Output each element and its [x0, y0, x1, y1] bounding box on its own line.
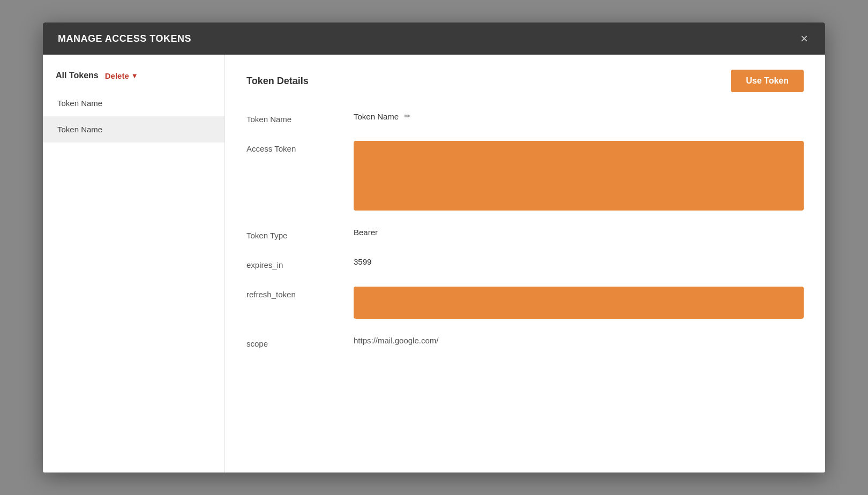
close-button[interactable]: ×: [798, 32, 810, 45]
expires-in-row: expires_in 3599: [246, 257, 804, 269]
delete-dropdown-arrow: ▼: [131, 72, 138, 80]
token-type-label: Token Type: [246, 228, 354, 240]
scope-row: scope https://mail.google.com/: [246, 336, 804, 348]
expires-in-value: 3599: [354, 257, 804, 266]
sidebar-header: All Tokens Delete ▼: [43, 65, 225, 90]
token-list-item-1[interactable]: Token Name: [43, 90, 225, 116]
token-name-row: Token Name Token Name ✏: [246, 111, 804, 124]
delete-label: Delete: [105, 71, 129, 80]
section-title: Token Details: [246, 76, 309, 87]
use-token-button[interactable]: Use Token: [731, 70, 804, 92]
refresh-token-label: refresh_token: [246, 287, 354, 299]
refresh-token-block: [354, 287, 804, 319]
modal-header: MANAGE ACCESS TOKENS ×: [43, 22, 825, 55]
main-content: Token Details Use Token Token Name Token…: [225, 55, 825, 472]
access-token-label: Access Token: [246, 141, 354, 153]
manage-access-tokens-modal: MANAGE ACCESS TOKENS × All Tokens Delete…: [43, 22, 825, 472]
token-type-row: Token Type Bearer: [246, 228, 804, 240]
sidebar: All Tokens Delete ▼ Token Name Token Nam…: [43, 55, 225, 472]
token-name-value: Token Name: [354, 112, 399, 121]
delete-button[interactable]: Delete ▼: [105, 71, 138, 80]
refresh-token-row: refresh_token: [246, 287, 804, 319]
refresh-token-value: [354, 287, 804, 319]
modal-body: All Tokens Delete ▼ Token Name Token Nam…: [43, 55, 825, 472]
edit-token-name-icon[interactable]: ✏: [404, 111, 411, 121]
all-tokens-label: All Tokens: [56, 71, 99, 80]
scope-value: https://mail.google.com/: [354, 336, 804, 345]
token-list-item-2[interactable]: Token Name: [43, 116, 225, 142]
token-name-value-container: Token Name ✏: [354, 111, 804, 121]
content-header: Token Details Use Token: [246, 70, 804, 92]
access-token-row: Access Token: [246, 141, 804, 211]
token-name-label: Token Name: [246, 111, 354, 124]
expires-in-label: expires_in: [246, 257, 354, 269]
scope-label: scope: [246, 336, 354, 348]
modal-title: MANAGE ACCESS TOKENS: [58, 33, 191, 44]
access-token-block: [354, 141, 804, 211]
access-token-value: [354, 141, 804, 211]
token-type-value: Bearer: [354, 228, 804, 237]
